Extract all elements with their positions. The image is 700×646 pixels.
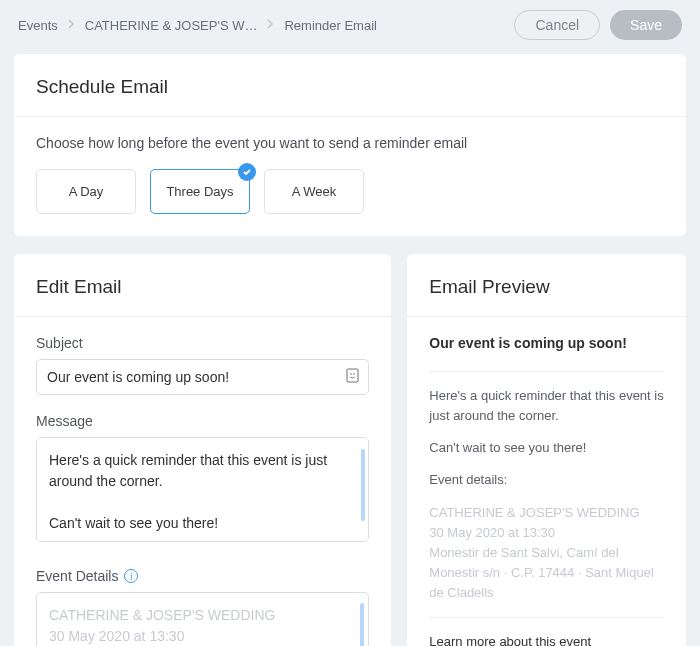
schedule-intro: Choose how long before the event you wan… xyxy=(36,135,664,151)
preview-event-venue: Monestir de Sant Salvi, Camí del Monesti… xyxy=(429,545,654,600)
subject-label: Subject xyxy=(36,335,369,351)
divider xyxy=(429,617,664,618)
svg-rect-0 xyxy=(347,369,358,382)
schedule-email-card: Schedule Email Choose how long before th… xyxy=(14,54,686,236)
svg-point-1 xyxy=(350,373,352,375)
schedule-option[interactable]: Three Days xyxy=(150,169,250,214)
cancel-button[interactable]: Cancel xyxy=(514,10,600,40)
preview-event-date: 30 May 2020 at 13:30 xyxy=(429,525,555,540)
preview-event-name: CATHERINE & JOSEP'S WEDDING xyxy=(429,505,639,520)
subject-input[interactable] xyxy=(36,359,369,395)
chevron-right-icon xyxy=(267,18,274,32)
message-textarea[interactable] xyxy=(36,437,369,542)
scrollbar[interactable] xyxy=(361,449,365,521)
edit-email-card: Edit Email Subject Message Event Details… xyxy=(14,254,391,646)
info-icon[interactable]: i xyxy=(124,569,138,583)
message-label: Message xyxy=(36,413,369,429)
preview-body-line: Here's a quick reminder that this event … xyxy=(429,386,664,426)
save-button[interactable]: Save xyxy=(610,10,682,40)
scrollbar[interactable] xyxy=(360,603,364,646)
divider xyxy=(14,116,686,117)
learn-more-link[interactable]: Learn more about this event xyxy=(429,632,664,646)
preview-details-heading: Event details: xyxy=(429,470,664,490)
svg-point-2 xyxy=(353,373,355,375)
schedule-title: Schedule Email xyxy=(36,76,664,98)
schedule-option[interactable]: A Week xyxy=(264,169,364,214)
breadcrumb-event-name[interactable]: CATHERINE & JOSEP'S W… xyxy=(85,18,258,33)
preview-body-line: Can't wait to see you there! xyxy=(429,438,664,458)
email-preview-card: Email Preview Our event is coming up soo… xyxy=(407,254,686,646)
breadcrumb: Events CATHERINE & JOSEP'S W… Reminder E… xyxy=(18,18,377,33)
divider xyxy=(14,316,391,317)
preview-subject: Our event is coming up soon! xyxy=(429,335,664,351)
emoji-icon[interactable] xyxy=(346,368,359,386)
event-details-label: Event Details xyxy=(36,568,118,584)
divider xyxy=(429,371,664,372)
chevron-right-icon xyxy=(68,18,75,32)
edit-email-title: Edit Email xyxy=(36,276,369,298)
schedule-option[interactable]: A Day xyxy=(36,169,136,214)
breadcrumb-current: Reminder Email xyxy=(284,18,376,33)
event-details-readonly: CATHERINE & JOSEP'S WEDDING 30 May 2020 … xyxy=(36,592,369,646)
check-icon xyxy=(238,163,256,181)
breadcrumb-events[interactable]: Events xyxy=(18,18,58,33)
divider xyxy=(407,316,686,317)
preview-title: Email Preview xyxy=(429,276,664,298)
